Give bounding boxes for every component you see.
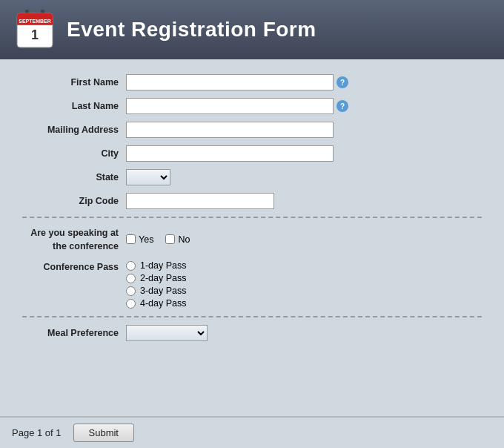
- svg-text:1: 1: [31, 27, 39, 42]
- meal-preference-row: Meal Preference Vegetarian Vegan Standar…: [22, 325, 482, 341]
- city-row: City: [22, 145, 482, 162]
- conference-pass-radio-group: 1-day Pass2-day Pass3-day Pass4-day Pass: [126, 260, 187, 309]
- conference-pass-option-label-2: 3-day Pass: [140, 286, 187, 296]
- mailing-address-label: Mailing Address: [22, 125, 126, 135]
- last-name-row: Last Name ?: [22, 98, 482, 114]
- first-name-label: First Name: [22, 77, 126, 88]
- page-info: Page 1 of 1: [12, 427, 62, 438]
- calendar-icon: SEPTEMBER 1: [15, 10, 55, 50]
- speaking-no-item[interactable]: No: [165, 234, 190, 245]
- city-input[interactable]: [126, 145, 334, 162]
- speaking-no-checkbox[interactable]: [165, 234, 175, 244]
- meal-preference-label: Meal Preference: [22, 328, 126, 338]
- conference-pass-radio-0[interactable]: [126, 261, 136, 271]
- speaking-row: Are you speaking atthe conference Yes No: [22, 225, 482, 253]
- zip-code-row: Zip Code: [22, 193, 482, 209]
- conference-pass-radio-1[interactable]: [126, 274, 136, 283]
- mailing-address-input[interactable]: [126, 122, 334, 138]
- meal-preference-select[interactable]: Vegetarian Vegan Standard Kosher: [126, 325, 208, 341]
- first-name-input[interactable]: [126, 74, 334, 90]
- divider-2: [22, 316, 482, 317]
- conference-pass-row: Conference Pass 1-day Pass2-day Pass3-da…: [22, 260, 482, 309]
- speaking-label: Are you speaking atthe conference: [22, 225, 126, 253]
- conference-pass-option-1[interactable]: 2-day Pass: [126, 273, 187, 283]
- conference-pass-option-label-0: 1-day Pass: [140, 260, 187, 271]
- speaking-yes-label: Yes: [139, 234, 153, 245]
- conference-pass-option-label-3: 4-day Pass: [140, 298, 187, 309]
- conference-pass-option-label-1: 2-day Pass: [140, 273, 187, 283]
- conference-pass-option-3[interactable]: 4-day Pass: [126, 298, 187, 309]
- zip-code-input[interactable]: [126, 193, 274, 209]
- conference-pass-option-0[interactable]: 1-day Pass: [126, 260, 187, 271]
- page-title: Event Registration Form: [67, 18, 316, 42]
- submit-button[interactable]: Submit: [73, 424, 134, 442]
- last-name-label: Last Name: [22, 101, 126, 111]
- conference-pass-label: Conference Pass: [22, 260, 126, 272]
- city-label: City: [22, 148, 126, 159]
- last-name-info-icon[interactable]: ?: [336, 100, 348, 112]
- speaking-no-label: No: [178, 234, 190, 245]
- mailing-address-row: Mailing Address: [22, 122, 482, 138]
- state-row: State AL AK AZ CA CO FL NY TX: [22, 169, 482, 185]
- svg-text:SEPTEMBER: SEPTEMBER: [19, 19, 51, 24]
- conference-pass-option-2[interactable]: 3-day Pass: [126, 286, 187, 296]
- last-name-input[interactable]: [126, 98, 334, 114]
- state-select[interactable]: AL AK AZ CA CO FL NY TX: [126, 169, 170, 185]
- form-area: First Name ? Last Name ? Mailing Address…: [0, 59, 504, 416]
- header: SEPTEMBER 1 Event Registration Form: [0, 0, 504, 59]
- footer: Page 1 of 1 Submit: [0, 416, 504, 448]
- zip-code-label: Zip Code: [22, 196, 126, 206]
- speaking-checkbox-group: Yes No: [126, 234, 190, 245]
- speaking-yes-checkbox[interactable]: [126, 234, 136, 244]
- speaking-yes-item[interactable]: Yes: [126, 234, 153, 245]
- divider-1: [22, 217, 482, 218]
- first-name-info-icon[interactable]: ?: [336, 76, 348, 88]
- state-label: State: [22, 172, 126, 182]
- first-name-row: First Name ?: [22, 74, 482, 90]
- conference-pass-radio-3[interactable]: [126, 299, 136, 309]
- conference-pass-radio-2[interactable]: [126, 286, 136, 296]
